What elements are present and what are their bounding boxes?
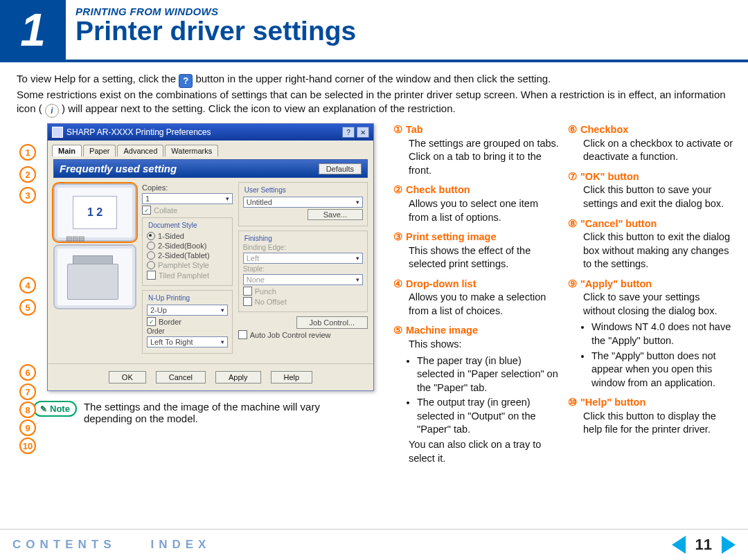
def6-body: Click on a checkbox to activate or deact… bbox=[568, 137, 734, 164]
note-text: The settings and the image of the machin… bbox=[84, 401, 347, 424]
radio-2sided-tablet[interactable] bbox=[147, 251, 155, 260]
document-style-label: Document Style bbox=[147, 222, 199, 229]
def10-num: ⑩ bbox=[568, 396, 580, 410]
callout-8: 8 bbox=[19, 401, 36, 418]
def5-bullet1: The paper tray (in blue) selected in "Pa… bbox=[417, 354, 560, 395]
intro-text-a: To view Help for a setting, click the bbox=[17, 73, 179, 84]
note-badge-label: Note bbox=[50, 404, 70, 414]
def2-head: Check button bbox=[406, 184, 470, 195]
opt-1sided: 1-Sided bbox=[158, 232, 184, 240]
radio-1sided[interactable] bbox=[147, 232, 155, 240]
tab-advanced[interactable]: Advanced bbox=[117, 145, 163, 156]
window-titlebar: SHARP AR-XXXX Printing Preferences ? ✕ bbox=[48, 124, 373, 141]
punch-checkbox[interactable] bbox=[243, 287, 252, 296]
next-page-button[interactable] bbox=[722, 536, 736, 554]
order-dropdown[interactable]: Left To Right▾ bbox=[147, 336, 228, 347]
def4-body: Allows you to make a selection from a li… bbox=[393, 291, 560, 318]
job-control-button[interactable]: Job Control... bbox=[296, 316, 368, 329]
user-settings-label: User Settings bbox=[243, 186, 287, 194]
opt-2sided-tablet: 2-Sided(Tablet) bbox=[158, 251, 210, 260]
page-title: Printer driver settings bbox=[75, 17, 356, 46]
save-button[interactable]: Save... bbox=[308, 209, 363, 220]
def5-body: This shows: bbox=[393, 338, 560, 352]
page-header: 1 PRINTING FROM WINDOWS Printer driver s… bbox=[0, 0, 748, 62]
intro-text-b: button in the upper right-hand corner of… bbox=[195, 73, 551, 84]
machine-image[interactable]: ▤▤▤ bbox=[53, 244, 136, 309]
def5-bullet2: The output tray (in green) selected in "… bbox=[417, 396, 560, 437]
def9-bullet1: Windows NT 4.0 does not have the "Apply"… bbox=[591, 320, 734, 347]
user-settings-dropdown[interactable]: Untitled▾ bbox=[243, 197, 363, 208]
def8-body: Click this button to exit the dialog box… bbox=[568, 231, 734, 271]
info-icon: i bbox=[45, 104, 59, 118]
def4-num: ④ bbox=[393, 278, 406, 291]
note-badge: ✎ Note bbox=[33, 401, 77, 417]
tab-paper[interactable]: Paper bbox=[83, 145, 116, 156]
def5-head: Machine image bbox=[406, 325, 478, 336]
def6-head: Checkbox bbox=[580, 124, 628, 135]
tiled-checkbox[interactable] bbox=[147, 271, 156, 280]
titlebar-help-button[interactable]: ? bbox=[342, 127, 355, 138]
callout-6: 6 bbox=[19, 364, 36, 381]
pages-icon: ▤▤▤ bbox=[66, 235, 84, 242]
print-setting-image: 1 2 bbox=[53, 183, 136, 242]
opt-2sided-book: 2-Sided(Book) bbox=[158, 242, 206, 250]
border-label: Border bbox=[159, 318, 181, 326]
radio-2sided-book[interactable] bbox=[147, 242, 155, 250]
def3-num: ③ bbox=[393, 231, 406, 244]
def2-num: ② bbox=[393, 183, 406, 197]
dialog-button-row: OK Cancel Apply Help bbox=[48, 363, 373, 390]
callout-1: 1 bbox=[19, 144, 36, 161]
order-label: Order bbox=[147, 327, 228, 335]
auto-job-checkbox[interactable] bbox=[238, 330, 247, 339]
binding-edge-dropdown[interactable]: Left▾ bbox=[243, 253, 363, 264]
def5-num: ⑤ bbox=[393, 324, 406, 338]
frequently-used-bar: Frequently used setting Defaults bbox=[53, 159, 368, 178]
copies-label: Copies: bbox=[142, 183, 168, 192]
contents-link[interactable]: CONTENTS bbox=[12, 538, 116, 552]
definitions-col-1: ①Tab The settings are grouped on tabs. C… bbox=[393, 123, 560, 471]
def9-bullet2: The "Apply" button does not appear when … bbox=[591, 350, 734, 390]
defaults-button[interactable]: Defaults bbox=[319, 163, 362, 174]
no-offset-checkbox[interactable] bbox=[243, 297, 252, 306]
def5-tail: You can also click on a tray to select i… bbox=[393, 438, 560, 465]
def2-body: Allows you to select one item from a lis… bbox=[393, 197, 560, 224]
apply-button[interactable]: Apply bbox=[215, 371, 261, 383]
close-icon[interactable]: ✕ bbox=[357, 127, 369, 138]
page-footer: CONTENTS INDEX 11 bbox=[0, 529, 748, 560]
tabs-row: Main Paper Advanced Watermarks bbox=[48, 141, 373, 156]
punch-label: Punch bbox=[255, 287, 276, 296]
cancel-button[interactable]: Cancel bbox=[156, 371, 206, 383]
def7-head: "OK" button bbox=[580, 171, 639, 182]
finishing-label: Finishing bbox=[243, 235, 274, 242]
intro-text-d: ) will appear next to the setting. Click… bbox=[62, 102, 456, 114]
def4-head: Drop-down list bbox=[406, 278, 477, 289]
prev-page-button[interactable] bbox=[672, 536, 686, 554]
frequently-used-label: Frequently used setting bbox=[60, 163, 177, 174]
collate-checkbox[interactable]: ✓ bbox=[142, 206, 151, 215]
collate-label: Collate bbox=[154, 206, 177, 215]
border-checkbox[interactable]: ✓ bbox=[147, 317, 156, 326]
nup-dropdown[interactable]: 2-Up▾ bbox=[147, 305, 228, 316]
opt-pamphlet: Pamphlet Style bbox=[158, 261, 209, 269]
auto-job-label: Auto Job Control review bbox=[250, 331, 331, 339]
tab-watermarks[interactable]: Watermarks bbox=[165, 145, 218, 156]
def9-head: "Apply" button bbox=[580, 278, 652, 289]
def10-head: "Help" button bbox=[580, 397, 645, 408]
ok-button[interactable]: OK bbox=[109, 371, 146, 383]
window-title: SHARP AR-XXXX Printing Preferences bbox=[66, 127, 211, 137]
def9-num: ⑨ bbox=[568, 278, 580, 291]
staple-dropdown[interactable]: None▾ bbox=[243, 274, 363, 285]
screenshot-window: SHARP AR-XXXX Printing Preferences ? ✕ M… bbox=[47, 123, 374, 391]
help-button[interactable]: Help bbox=[271, 371, 313, 383]
tiled-label: Tiled Pamphlet bbox=[159, 271, 209, 280]
index-link[interactable]: INDEX bbox=[151, 538, 211, 552]
pencil-icon: ✎ bbox=[40, 404, 47, 414]
chapter-number: 1 bbox=[0, 0, 66, 60]
staple-label: Staple: bbox=[243, 265, 363, 273]
radio-pamphlet[interactable] bbox=[147, 261, 155, 269]
def3-body: This shows the effect of the selected pr… bbox=[393, 244, 560, 271]
copies-field[interactable]: 1▾ bbox=[142, 193, 233, 204]
def7-body: Click this button to save your settings … bbox=[568, 183, 734, 210]
tab-main[interactable]: Main bbox=[52, 145, 82, 156]
callout-7: 7 bbox=[19, 383, 36, 400]
